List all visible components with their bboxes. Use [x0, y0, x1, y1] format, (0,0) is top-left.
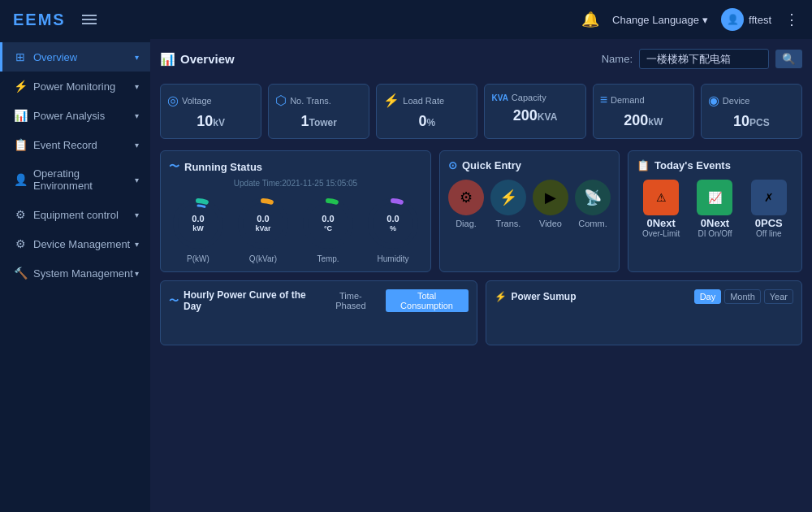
period-selector: Day Month Year [694, 289, 793, 304]
sidebar-item-overview[interactable]: ⊞ Overview ▾ [0, 42, 150, 72]
user-profile[interactable]: 👤 fftest [721, 8, 771, 31]
more-options-icon[interactable]: ⋮ [784, 11, 799, 28]
quick-entry-video[interactable]: ▶ Video [533, 180, 568, 228]
device-icon: ◉ [708, 93, 719, 108]
power-analysis-icon: 📊 [14, 109, 27, 122]
power-sumup-title: ⚡ Power Sumup [495, 291, 577, 302]
sidebar-item-power-monitoring[interactable]: ⚡ Power Monitoring ▾ [0, 72, 150, 101]
demand-icon: ≡ [600, 93, 607, 107]
sidebar-item-equipment-control[interactable]: ⚙ Equipment control ▾ [0, 200, 150, 229]
power-sumup-panel: ⚡ Power Sumup Day Month Year [486, 280, 803, 345]
event-record-arrow: ▾ [135, 141, 139, 150]
sidebar: ⊞ Overview ▾ ⚡ Power Monitoring ▾ 📊 Powe… [0, 39, 150, 512]
power-monitoring-icon: ⚡ [14, 80, 27, 93]
overview-icon: ⊞ [14, 50, 27, 63]
sidebar-item-operating-environment[interactable]: 👤 Operating Environment ▾ [0, 159, 150, 200]
logo: EEMS [13, 11, 66, 29]
event-record-icon: 📋 [14, 138, 27, 151]
language-selector[interactable]: Change Language ▾ [612, 14, 708, 26]
total-consumption-button[interactable]: Total Consumption [386, 289, 469, 312]
gauge-p-kw: 0.0 kW P(kW) [169, 194, 227, 263]
offline-icon: ✗ [764, 191, 774, 204]
overview-arrow: ▾ [135, 53, 139, 62]
video-icon: ▶ [545, 189, 556, 206]
quick-entry-icon: ⊙ [448, 159, 457, 171]
stat-card-device: ◉ Device 10PCS [701, 84, 802, 139]
middle-row: 〜 Running Status Update Time:2021-11-25 … [160, 150, 802, 272]
overlimit-icon: ⚠ [656, 191, 667, 204]
bell-icon[interactable]: 🔔 [581, 11, 599, 28]
name-input[interactable] [639, 49, 769, 69]
quick-entry-panel: ⊙ Quick Entry ⚙ Diag. ⚡ Trans. [439, 150, 620, 272]
main-layout: ⊞ Overview ▾ ⚡ Power Monitoring ▾ 📊 Powe… [0, 39, 812, 512]
time-phased-button[interactable]: Time-Phased [319, 289, 382, 312]
todays-events-icon: 📋 [637, 159, 650, 171]
gauge-humidity: 0.0 % Humidity [364, 194, 422, 263]
stat-card-capacity: KVA Capacity 200KVA [484, 84, 585, 139]
todays-events-panel: 📋 Today's Events ⚠ 0Next Over-Limit 📈 [628, 150, 802, 272]
hourly-power-title: 〜 Hourly Power Curve of the Day [169, 289, 319, 312]
hamburger-menu[interactable] [82, 15, 97, 24]
header-right: 🔔 Change Language ▾ 👤 fftest ⋮ [581, 8, 799, 31]
event-di-onoff[interactable]: 📈 0Next DI On/Off [690, 180, 739, 238]
stat-card-demand: ≡ Demand 200kW [593, 84, 694, 139]
no-trans-icon: ⬡ [275, 93, 287, 108]
header: EEMS 🔔 Change Language ▾ 👤 fftest ⋮ [0, 0, 812, 39]
year-button[interactable]: Year [764, 289, 793, 304]
operating-env-arrow: ▾ [135, 176, 139, 184]
sidebar-item-device-management[interactable]: ⚙ Device Management ▾ [0, 229, 150, 258]
hourly-power-panel: 〜 Hourly Power Curve of the Day Time-Pha… [160, 280, 477, 345]
quick-entry-diag[interactable]: ⚙ Diag. [448, 180, 484, 228]
operating-env-icon: 👤 [14, 173, 27, 186]
hourly-power-toggles: Time-Phased Total Consumption [319, 289, 468, 312]
gauge-temp: 0.0 °C Temp. [299, 194, 357, 263]
gauges-row: 0.0 kW P(kW) [169, 194, 422, 263]
dion-icon: 📈 [708, 191, 722, 204]
quick-entry-comm[interactable]: 📡 Comm. [575, 180, 611, 228]
event-offline[interactable]: ✗ 0PCS Off line [745, 180, 793, 238]
update-time: Update Time:2021-11-25 15:05:05 [169, 179, 422, 188]
overview-title-icon: 📊 [160, 52, 175, 67]
sidebar-item-power-analysis[interactable]: 📊 Power Analysis ▾ [0, 101, 150, 130]
stat-card-voltage: ◎ Voltage 10kV [160, 84, 261, 139]
stat-cards: ◎ Voltage 10kV ⬡ No. Trans. 1Tower [160, 84, 802, 139]
overview-title: 📊 Overview [160, 52, 235, 67]
voltage-icon: ◎ [167, 93, 179, 108]
power-sumup-icon: ⚡ [495, 291, 507, 302]
running-status-panel: 〜 Running Status Update Time:2021-11-25 … [160, 150, 431, 272]
system-management-icon: 🔨 [14, 267, 27, 280]
capacity-icon: KVA [491, 93, 508, 102]
power-analysis-arrow: ▾ [135, 111, 139, 120]
stat-card-no-trans: ⬡ No. Trans. 1Tower [268, 84, 369, 139]
quick-entry-trans[interactable]: ⚡ Trans. [490, 180, 526, 228]
event-over-limit[interactable]: ⚠ 0Next Over-Limit [637, 180, 685, 238]
name-search-button[interactable]: 🔍 [775, 50, 802, 68]
device-management-icon: ⚙ [14, 237, 27, 250]
sidebar-item-event-record[interactable]: 📋 Event Record ▾ [0, 130, 150, 159]
equipment-control-arrow: ▾ [135, 210, 139, 219]
trans-icon: ⚡ [499, 189, 517, 206]
load-rate-icon: ⚡ [383, 93, 400, 108]
month-button[interactable]: Month [724, 289, 761, 304]
gauge-q-kvar: 0.0 kVar Q(kVar) [234, 194, 292, 263]
diag-icon: ⚙ [460, 189, 473, 206]
hourly-power-icon: 〜 [169, 294, 179, 308]
avatar: 👤 [721, 8, 744, 31]
sidebar-item-system-management[interactable]: 🔨 System Management ▾ [0, 258, 150, 288]
equipment-control-icon: ⚙ [14, 208, 27, 221]
overview-header: 📊 Overview Name: 🔍 [160, 49, 802, 69]
comm-icon: 📡 [584, 189, 602, 206]
stat-card-load-rate: ⚡ Load Rate 0% [376, 84, 477, 139]
running-status-icon: 〜 [169, 159, 179, 174]
quick-entry-grid: ⚙ Diag. ⚡ Trans. ▶ Video [448, 176, 611, 228]
content-area: 📊 Overview Name: 🔍 ◎ Voltage 10kV [150, 39, 812, 512]
device-management-arrow: ▾ [135, 240, 139, 249]
events-grid: ⚠ 0Next Over-Limit 📈 0Next DI On/Off [637, 176, 793, 238]
bottom-row: 〜 Hourly Power Curve of the Day Time-Pha… [160, 280, 802, 345]
power-monitoring-arrow: ▾ [135, 82, 139, 91]
name-field: Name: 🔍 [602, 49, 802, 69]
system-management-arrow: ▾ [135, 269, 139, 278]
day-button[interactable]: Day [694, 289, 722, 304]
